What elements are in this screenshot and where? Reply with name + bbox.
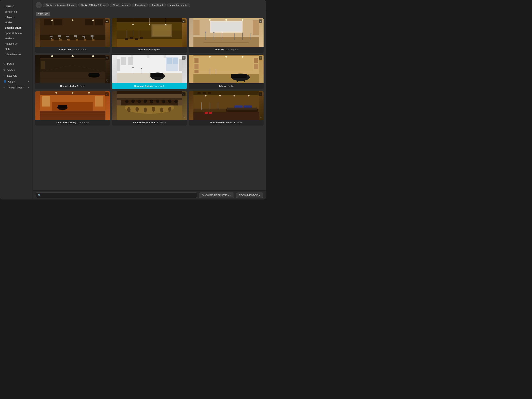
venue-sub-filmo1: Berlin (160, 121, 166, 124)
svg-rect-24 (68, 39, 70, 41)
svg-point-156 (168, 107, 171, 112)
svg-point-136 (88, 92, 90, 94)
venue-sub-toddao: Los Angeles (225, 48, 238, 51)
venue-thumb-filmo2: ≡ ♡ (189, 91, 264, 120)
svg-point-154 (152, 107, 155, 112)
svg-rect-180 (205, 112, 208, 114)
sidebar-user[interactable]: 👤 USER ▼ (0, 79, 32, 85)
sidebar-item-concert-hall[interactable]: concert hall (0, 9, 32, 14)
app-container: ♪ MUSIC concert hall religious studio sc… (0, 0, 266, 200)
venue-label-clinton: Clinton recording Manhattan (35, 120, 110, 126)
location-tag[interactable]: New York (36, 12, 50, 16)
svg-rect-126 (95, 96, 103, 107)
filter-chip-favorites[interactable]: Favorites (132, 3, 148, 7)
svg-rect-35 (130, 37, 133, 39)
sidebar-item-miscellaneous[interactable]: miscellaneous (0, 52, 32, 57)
filter-chip-last-used[interactable]: Last Used (149, 3, 166, 7)
svg-rect-114 (194, 74, 259, 83)
svg-rect-50 (194, 20, 200, 35)
filter-chip-new-impulses[interactable]: New Impulses (110, 3, 131, 7)
sidebar-item-religious[interactable]: religious (0, 14, 32, 20)
venue-thumb-20fox: ≡ (35, 18, 110, 47)
card-menu-davout[interactable]: ≡ (105, 56, 109, 60)
venue-name-teldex: Teldex (219, 85, 226, 87)
sidebar-design[interactable]: ≋ DESIGN (0, 73, 32, 79)
venue-grid: ≡ 20th c. Fox scoring stage (35, 18, 264, 126)
card-heart-filmo2[interactable]: ♡ (260, 115, 262, 119)
filter-chip-similar-rt60[interactable]: Similar RT60 of 1.2 sec (78, 3, 109, 7)
card-menu-20fox[interactable]: ≡ (105, 19, 109, 23)
venue-sub-kaufman: New York (155, 85, 165, 87)
sidebar-item-opera-theatre[interactable]: opera & theatre (0, 31, 32, 36)
design-icon: ≋ (3, 74, 6, 77)
venue-sub-teldex: Berlin (228, 85, 234, 87)
svg-point-153 (144, 108, 147, 113)
svg-rect-85 (179, 59, 182, 71)
card-menu-clinton[interactable]: ≡ (105, 92, 109, 96)
sidebar-item-club[interactable]: club (0, 46, 32, 52)
venue-label-paramount: Paramount Stage M (112, 47, 187, 53)
svg-rect-22 (51, 39, 54, 41)
filter-chip-similar-kaufman[interactable]: Similar to Kaufman Astoria (43, 3, 77, 7)
card-heart-kaufman[interactable]: ♡ (183, 79, 185, 82)
svg-point-57 (205, 32, 206, 33)
sidebar-item-scoring-stage[interactable]: scoring stage (0, 25, 32, 31)
card-menu-filmo1[interactable]: ≡ (182, 92, 185, 96)
svg-rect-90 (128, 57, 133, 65)
venue-card-davout[interactable]: ≡ ♡ Davout studio A Paris (35, 55, 110, 89)
venue-thumb-davout: ≡ ♡ (35, 55, 110, 83)
card-menu-filmo2[interactable]: ≡ (259, 92, 262, 96)
sidebar-post[interactable]: ⊙ POST (0, 61, 32, 67)
showing-default-irs-button[interactable]: SHOWING DEFAULT IRs ▾ (199, 193, 234, 198)
venue-card-clinton[interactable]: ≡ Clinton recording Manhattan (35, 91, 110, 126)
venue-card-teldex[interactable]: ≡ Teldex Berlin (189, 55, 264, 89)
sidebar-gear[interactable]: ⚙ GEAR (0, 67, 32, 73)
gear-label: GEAR (7, 68, 14, 71)
card-menu-toddao[interactable]: ≡ (259, 19, 262, 23)
card-menu-teldex[interactable]: ≡ (259, 56, 262, 60)
svg-point-97 (141, 68, 142, 69)
sidebar-item-mausoleum[interactable]: mausoleum (0, 41, 32, 46)
card-menu-kaufman[interactable]: ≡ (182, 56, 185, 60)
svg-rect-84 (117, 59, 120, 71)
venue-sub-clinton: Manhattan (78, 121, 89, 124)
venue-thumb-teldex: ≡ (189, 55, 264, 83)
svg-rect-26 (84, 39, 86, 41)
card-heart-filmo1[interactable]: ♡ (183, 115, 185, 119)
back-button[interactable]: ← (36, 2, 42, 8)
svg-rect-109 (200, 57, 253, 71)
card-menu-paramount[interactable]: ≡ (182, 19, 185, 23)
venue-sub-filmo2: Berlin (236, 121, 242, 124)
venue-thumb-kaufman: ≡ ♡ (112, 55, 187, 83)
svg-rect-108 (254, 64, 258, 69)
gear-icon: ⚙ (3, 68, 6, 71)
svg-rect-74 (41, 61, 45, 69)
svg-rect-19 (82, 36, 85, 37)
svg-rect-33 (152, 25, 171, 36)
svg-point-113 (242, 56, 243, 57)
recommended-button[interactable]: RECOMMENDED ▾ (236, 193, 263, 198)
sidebar-third-party[interactable]: ⇋ THIRD PARTY ▼ (0, 85, 32, 90)
svg-rect-37 (140, 37, 143, 39)
svg-rect-125 (42, 96, 50, 107)
svg-rect-6 (95, 19, 103, 25)
svg-rect-4 (54, 19, 63, 25)
sidebar-item-stadium[interactable]: stadium (0, 36, 32, 41)
svg-point-45 (149, 24, 150, 25)
venue-card-20fox[interactable]: ≡ 20th c. Fox scoring stage (35, 18, 110, 53)
venue-card-filmo2[interactable]: ≡ ♡ Filmorchester studio 2 Berlin (189, 91, 264, 126)
sidebar-item-studio[interactable]: studio (0, 20, 32, 25)
filter-bar: ← Similar to Kaufman Astoria Similar RT6… (33, 0, 266, 10)
svg-point-66 (242, 19, 243, 21)
location-bar: New York (33, 10, 266, 17)
search-input[interactable] (42, 194, 195, 197)
venue-thumb-paramount: ≡ (112, 18, 187, 47)
venue-card-toddao[interactable]: ≡ Todd-AO Los Angeles (189, 18, 264, 53)
venue-label-teldex: Teldex Berlin (189, 83, 264, 89)
card-heart-davout[interactable]: ♡ (106, 79, 109, 82)
filter-chip-recording-studio[interactable]: recording studio (167, 3, 190, 7)
venue-card-paramount[interactable]: ≡ Paramount Stage M (112, 18, 187, 53)
venue-card-filmo1[interactable]: ≡ ♡ Filmorchester studio 1 Berlin (112, 91, 187, 126)
venue-card-kaufman[interactable]: ≡ ♡ Kaufman Astoria New York (112, 55, 187, 89)
svg-rect-11 (50, 36, 53, 37)
